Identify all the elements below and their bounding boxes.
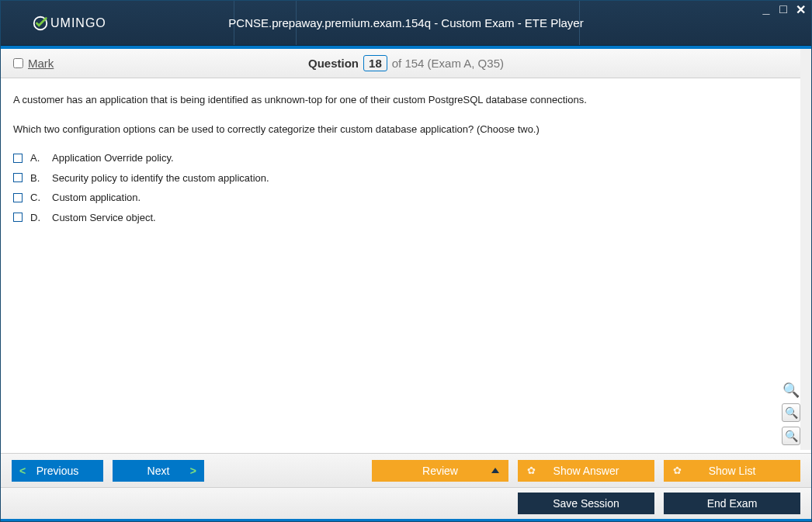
app-logo: UMINGO	[32, 15, 106, 32]
zoom-in-button[interactable]: 🔍	[782, 403, 800, 422]
window-controls: _ □ ✕	[760, 2, 807, 17]
option-letter: D.	[30, 210, 44, 226]
option-letter: C.	[30, 190, 44, 206]
footer-session: Save Session End Exam	[1, 487, 811, 521]
question-header: Mark Question 18 of 154 (Exam A, Q35)	[1, 49, 811, 78]
option-text: Security policy to identify the custom a…	[52, 171, 269, 186]
question-word: Question	[308, 57, 359, 70]
save-session-label: Save Session	[553, 497, 619, 510]
next-button[interactable]: Next >	[113, 460, 204, 482]
question-indicator: Question 18 of 154 (Exam A, Q35)	[308, 55, 504, 71]
option-text: Custom application.	[52, 190, 141, 206]
show-answer-label: Show Answer	[553, 465, 619, 477]
zoom-tools: 🔍 🔍 🔍	[782, 382, 800, 445]
mark-control[interactable]: Mark	[13, 57, 54, 70]
option-text: Custom Service object.	[52, 210, 156, 226]
show-answer-button[interactable]: ✿ Show Answer	[518, 460, 654, 482]
zoom-out-button[interactable]: 🔍	[782, 427, 800, 445]
answer-options: A. Application Override policy. B. Secur…	[13, 150, 799, 225]
save-session-button[interactable]: Save Session	[518, 493, 654, 514]
window-title: PCNSE.prepaway.premium.exam.154q - Custo…	[228, 16, 583, 29]
option-c[interactable]: C. Custom application.	[13, 190, 799, 206]
question-content: A customer has an application that is be…	[1, 78, 811, 453]
footer-nav: < Previous Next > Review ✿ Show Answer ✿…	[1, 453, 811, 487]
chevron-left-icon: <	[19, 465, 26, 477]
option-text: Application Override policy.	[52, 150, 174, 166]
end-exam-button[interactable]: End Exam	[664, 493, 800, 514]
puzzle-icon: ✿	[527, 465, 536, 476]
chevron-right-icon: >	[190, 465, 196, 477]
option-b[interactable]: B. Security policy to identify the custo…	[13, 171, 799, 186]
checkmark-icon	[32, 15, 49, 32]
mark-label: Mark	[28, 57, 54, 70]
option-a[interactable]: A. Application Override policy.	[13, 150, 799, 166]
maximize-button[interactable]: □	[777, 2, 789, 17]
previous-button[interactable]: < Previous	[12, 460, 103, 482]
next-label: Next	[147, 465, 170, 477]
question-of-text: of 154 (Exam A, Q35)	[392, 57, 504, 70]
option-checkbox[interactable]	[13, 173, 23, 182]
option-checkbox[interactable]	[13, 213, 23, 222]
close-button[interactable]: ✕	[794, 2, 807, 17]
question-stem-1: A customer has an application that is be…	[13, 92, 799, 108]
question-stem-2: Which two configuration options can be u…	[13, 122, 799, 137]
titlebar: UMINGO PCNSE.prepaway.premium.exam.154q …	[1, 1, 811, 46]
list-icon: ✿	[673, 465, 682, 476]
vertical-scrollbar[interactable]	[800, 49, 811, 450]
app-window: UMINGO PCNSE.prepaway.premium.exam.154q …	[0, 0, 812, 522]
search-icon[interactable]: 🔍	[783, 382, 800, 399]
option-letter: B.	[30, 171, 44, 186]
show-list-button[interactable]: ✿ Show List	[664, 460, 800, 482]
option-checkbox[interactable]	[13, 193, 23, 202]
previous-label: Previous	[36, 465, 78, 477]
show-list-label: Show List	[709, 465, 756, 477]
brand-text: UMINGO	[50, 16, 106, 30]
review-button[interactable]: Review	[372, 460, 508, 482]
question-number: 18	[363, 55, 387, 71]
end-exam-label: End Exam	[707, 497, 758, 510]
review-label: Review	[422, 465, 458, 477]
option-checkbox[interactable]	[13, 154, 23, 163]
minimize-button[interactable]: _	[760, 2, 772, 17]
triangle-up-icon	[491, 468, 499, 473]
option-d[interactable]: D. Custom Service object.	[13, 210, 799, 226]
option-letter: A.	[30, 150, 44, 166]
mark-checkbox[interactable]	[13, 58, 23, 68]
